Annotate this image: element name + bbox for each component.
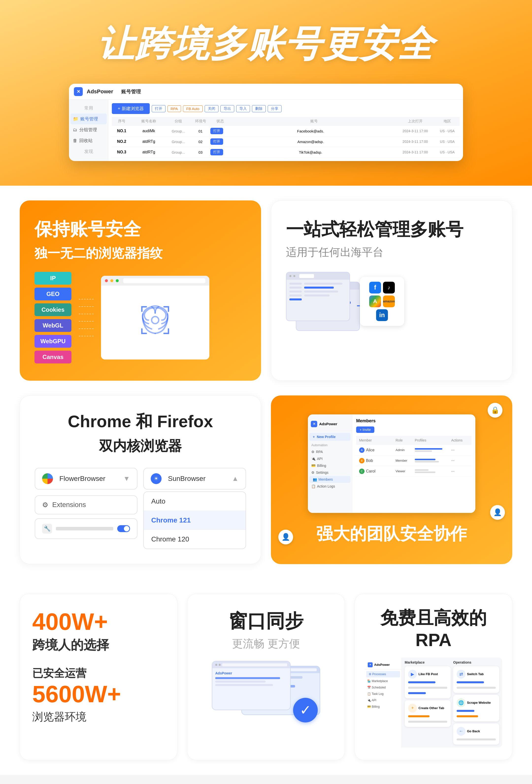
tag-delete[interactable]: 删除 bbox=[252, 105, 266, 112]
rpa-card: 免费且高效的RPA ✕ AdsPower ⚙ Processes 🏪 Marke… bbox=[355, 594, 512, 760]
team-nav-billing[interactable]: 💳Billing bbox=[308, 462, 352, 469]
table-row-2: NO.2 atdRTg Group... 02 打开 Amazon@adsp. … bbox=[112, 136, 459, 147]
app-logo-icon: ✕ bbox=[74, 87, 83, 96]
member2-actions: ··· bbox=[451, 458, 469, 463]
rpa-bar-7 bbox=[457, 687, 496, 689]
row1-region: US · USA bbox=[435, 129, 459, 133]
dropdown-chrome120[interactable]: Chrome 120 bbox=[144, 530, 246, 549]
tag-more[interactable]: 分享 bbox=[268, 105, 281, 112]
app-main-area: + 新建浏览器 打开 RPA FB Auto 关闭 导出 导入 删除 分享 序号… bbox=[108, 100, 463, 161]
fp-tag-webgl: WebGL bbox=[34, 319, 72, 332]
dropdown-auto[interactable]: Auto bbox=[144, 492, 246, 511]
flower-browser-selector[interactable]: FlowerBrowser ▼ bbox=[35, 468, 137, 489]
rpa-card-title-3: Switch Tab bbox=[467, 672, 484, 676]
team-nav-settings[interactable]: ⚙Settings bbox=[308, 469, 352, 476]
platform-tiktok: ♪ bbox=[383, 282, 395, 293]
extensions-row: ⚙ Extensions bbox=[35, 496, 137, 514]
tag-open[interactable]: 打开 bbox=[152, 105, 166, 112]
settings-icon: ⚙ bbox=[311, 471, 314, 475]
team-member-row-3: C Carol Viewer ··· bbox=[356, 466, 471, 477]
rpa-icon: ⚙ bbox=[311, 450, 314, 454]
rpa-logo-text: AdsPower bbox=[374, 663, 390, 667]
team-logo: ✕ bbox=[311, 421, 317, 427]
m-bar2 bbox=[304, 287, 334, 288]
stats-card: 400W+ 跨境人的选择 已安全运营 5600W+ 浏览器环境 bbox=[20, 594, 177, 760]
team-nav-rpa[interactable]: ⚙RPA bbox=[308, 448, 352, 455]
wf-content: AdsPower bbox=[212, 668, 290, 689]
member1-name: A Alice bbox=[359, 447, 394, 453]
rpa-bar-9 bbox=[457, 715, 478, 717]
tag-export[interactable]: 导出 bbox=[220, 105, 234, 112]
rpa-nav-marketplace[interactable]: 🏪 Marketplace bbox=[365, 678, 401, 684]
tag-fb-auto[interactable]: FB Auto bbox=[183, 105, 202, 112]
tag-rpa[interactable]: RPA bbox=[167, 105, 181, 112]
tag-close[interactable]: 关闭 bbox=[205, 105, 219, 112]
stat-label-2: 浏览器环境 bbox=[32, 710, 165, 724]
toggle-switch[interactable] bbox=[117, 525, 130, 532]
team-card: 🔒 👤 👤 ✕ AdsPower + New Profile Automatio… bbox=[271, 395, 512, 564]
firefox-icon: ☀ bbox=[151, 473, 162, 484]
rpa-operations-col: Operations ⇄ Switch Tab 🌐 Scrape Website bbox=[453, 661, 499, 745]
fp-tag-canvas: Canvas bbox=[34, 351, 72, 363]
chrome-selectors-area: FlowerBrowser ▼ ⚙ Extensions 🔧 bbox=[35, 468, 246, 549]
col-account: 账号 bbox=[232, 119, 396, 123]
platform-amazon: amazon bbox=[383, 296, 395, 307]
team-invite-btn[interactable]: + Invite bbox=[356, 426, 374, 433]
team-app-main: Members + Invite Member Role Profiles Ac… bbox=[352, 414, 475, 513]
rpa-title: 免费且高效的RPA bbox=[365, 606, 502, 650]
rpa-marketplace-col: Marketplace ▶ Like FB Post + Crea bbox=[405, 661, 451, 745]
rpa-sidebar: ✕ AdsPower ⚙ Processes 🏪 Marketplace 📅 S… bbox=[365, 657, 402, 748]
wf-bar bbox=[212, 662, 290, 668]
rpa-mini-card-5: ← Go Back bbox=[453, 723, 499, 745]
rpa-main-area: Marketplace ▶ Like FB Post + Crea bbox=[402, 657, 502, 748]
rpa-nav-api[interactable]: 🔌 API bbox=[365, 697, 401, 703]
m-bar3 bbox=[304, 290, 338, 292]
team-nav-api[interactable]: 🔌API bbox=[308, 455, 352, 462]
security-badge-top: 🔒 bbox=[488, 403, 502, 418]
sidebar-label-account: 账号管理 bbox=[80, 116, 98, 122]
rpa-mini-card-2: + Create Other Tab bbox=[405, 700, 451, 727]
row1-open-btn[interactable]: 打开 bbox=[210, 128, 223, 134]
sidebar-item-trash[interactable]: 🗑 回收站 bbox=[69, 135, 108, 146]
row2-open-btn[interactable]: 打开 bbox=[210, 138, 223, 145]
chrome-card: Chrome 和 Firefox 双内核浏览器 FlowerBrowser ▼ … bbox=[20, 395, 261, 564]
fp-tag-ip: IP bbox=[34, 272, 72, 285]
wf-dot2 bbox=[219, 664, 221, 666]
extensions-label: Extensions bbox=[52, 501, 86, 509]
rpa-app-mock: ✕ AdsPower ⚙ Processes 🏪 Marketplace 📅 S… bbox=[365, 657, 502, 748]
chrome-title: Chrome 和 Firefox bbox=[35, 411, 246, 433]
member1-role: Admin bbox=[396, 448, 413, 452]
team-toolbar: + Invite bbox=[356, 426, 471, 433]
bar-5 bbox=[415, 469, 428, 471]
row3-time: 2024-3-11 17:00 bbox=[398, 150, 432, 154]
window-mock: AdsPower ✓ bbox=[212, 661, 320, 725]
tag-import[interactable]: 导入 bbox=[236, 105, 250, 112]
col-time: 上次打开 bbox=[398, 119, 432, 123]
row3-account: TikTok@adsp. bbox=[226, 150, 396, 155]
line5 bbox=[79, 329, 93, 329]
url-bar bbox=[123, 278, 205, 283]
new-browser-btn[interactable]: + 新建浏览器 bbox=[112, 103, 150, 114]
flower-browser-label: FlowerBrowser bbox=[59, 475, 105, 483]
rpa-nav-billing[interactable]: 💳 Billing bbox=[365, 703, 401, 710]
spacer bbox=[32, 654, 165, 666]
rpa-nav-tasklog[interactable]: 📋 Task Log bbox=[365, 691, 401, 697]
line2 bbox=[79, 306, 93, 307]
team-nav-new-profile[interactable]: + New Profile bbox=[309, 433, 351, 441]
team-nav-members[interactable]: 👥Members bbox=[309, 476, 351, 483]
rpa-nav-scheduled[interactable]: 📅 Scheduled bbox=[365, 684, 401, 691]
dropdown-chrome121[interactable]: Chrome 121 bbox=[144, 511, 246, 530]
rpa-nav-processes[interactable]: ⚙ Processes bbox=[366, 671, 400, 677]
rpa-mini-card-4: 🌐 Scrape Website bbox=[453, 695, 499, 722]
row2-name: atdRTg bbox=[134, 139, 164, 144]
row3-open-btn[interactable]: 打开 bbox=[210, 149, 223, 156]
row2-group: Group... bbox=[166, 140, 191, 144]
operations-title: Operations bbox=[453, 661, 499, 664]
sidebar-item-account[interactable]: 📁 账号管理 bbox=[71, 113, 107, 124]
sun-browser-selector[interactable]: ☀ SunBrowser ▲ bbox=[143, 468, 246, 489]
trash-icon: 🗑 bbox=[73, 138, 77, 143]
row3-env: 03 bbox=[193, 150, 208, 155]
sidebar-item-group[interactable]: 🗂 分组管理 bbox=[69, 124, 108, 135]
mini-card-header-5: ← Go Back bbox=[457, 727, 496, 736]
team-nav-action-logs[interactable]: 📋Action Logs bbox=[308, 483, 352, 490]
